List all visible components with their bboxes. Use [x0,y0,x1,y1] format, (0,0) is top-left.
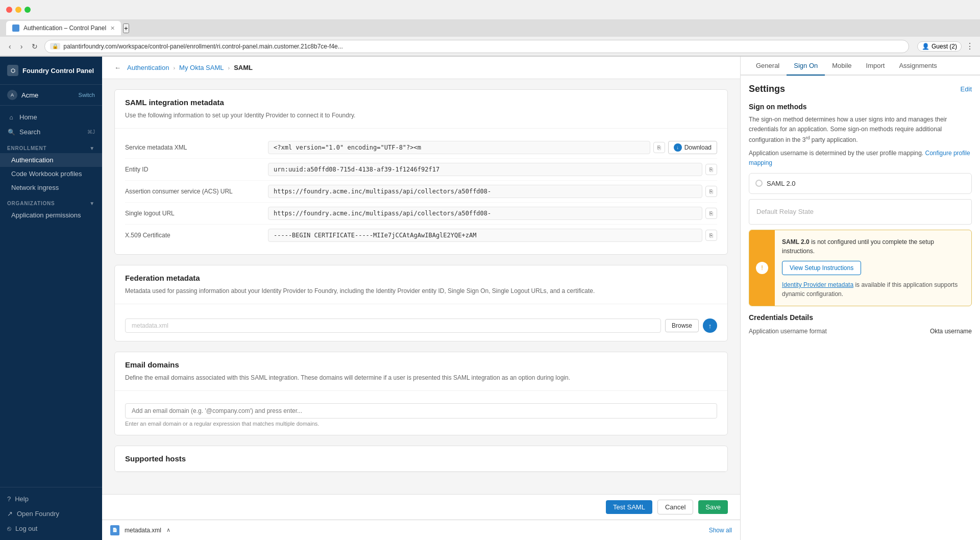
right-panel: General Sign On Mobile Import Assignment… [740,57,980,540]
enrollment-arrow-icon: ▼ [89,145,95,151]
tab-general[interactable]: General [749,57,787,76]
tab-import[interactable]: Import [859,57,892,76]
breadcrumb: ← Authentication › My Okta SAML › SAML [102,57,740,79]
slo-url-label: Single logout URL [125,210,268,217]
main-scroll-area: SAML integration metadata Use the follow… [102,79,740,494]
tab-close-button[interactable]: ✕ [110,25,115,32]
help-icon: ? [7,495,11,503]
main-content: ← Authentication › My Okta SAML › SAML S… [102,57,740,540]
organizations-arrow-icon: ▼ [89,201,95,206]
sidebar-item-network-ingress[interactable]: Network ingress [0,181,102,194]
sidebar-item-log-out[interactable]: ⎋ Log out [0,521,102,536]
settings-edit-button[interactable]: Edit [961,85,972,93]
acs-url-copy-button[interactable]: ⎘ [705,186,717,197]
sign-on-methods-title: Sign on methods [749,103,972,111]
organizations-label: ORGANIZATIONS [7,201,55,206]
service-metadata-copy-button[interactable]: ⎘ [653,142,665,153]
breadcrumb-current-page: SAML [234,64,253,71]
sidebar-item-open-foundry[interactable]: ↗ Open Foundry [0,506,102,521]
entity-id-value: urn:uuid:a50ffd08-715d-4138-af39-1f1246f… [268,163,717,176]
service-metadata-download-button[interactable]: ↓ Download [668,141,717,154]
browser-controls [6,7,31,13]
email-domains-desc: Define the email domains associated with… [125,373,717,382]
back-button[interactable]: ‹ [6,41,14,52]
user-icon: 👤 [922,43,929,50]
sidebar-section-organizations: ORGANIZATIONS ▼ [0,194,102,208]
browser-tab-active[interactable]: Authentication – Control Panel ✕ [6,21,121,35]
right-panel-body: Settings Edit Sign on methods The sign-o… [741,76,980,540]
supported-hosts-title: Supported hosts [125,454,717,463]
cert-value: -----BEGIN CERTIFICATE-----MIIe7jCCAtAgA… [268,229,717,242]
sidebar-item-home[interactable]: ⌂ Home [0,110,102,125]
sidebar-section-enrollment: ENROLLMENT ▼ [0,139,102,153]
close-dot[interactable] [6,7,12,13]
browser-menu-button[interactable]: ⋮ [966,41,974,51]
entity-id-copy-button[interactable]: ⎘ [705,164,717,175]
reload-button[interactable]: ↻ [29,41,40,52]
sidebar-home-label: Home [19,113,37,121]
browse-button[interactable]: Browse [665,319,699,332]
saml-radio-button[interactable] [755,180,763,187]
federation-metadata-card: Federation metadata Metadata used for pa… [114,265,728,341]
acme-name: Acme [21,91,38,99]
tab-mobile[interactable]: Mobile [825,57,859,76]
sidebar-item-help[interactable]: ? Help [0,492,102,506]
download-bar-left: 📄 metadata.xml ∧ [110,525,170,535]
maximize-dot[interactable] [24,7,31,13]
federation-metadata-desc: Metadata used for passing information ab… [125,286,717,296]
saml-metadata-desc: Use the following information to set up … [125,111,717,120]
email-domain-input[interactable] [125,403,717,419]
saml-option-label: SAML 2.0 [767,180,796,187]
breadcrumb-okta-link[interactable]: My Okta SAML [179,64,224,71]
new-tab-button[interactable]: + [123,23,129,33]
address-text: palantirfoundry.com/workspace/control-pa… [63,43,903,50]
test-saml-button[interactable]: Test SAML [606,500,652,514]
relay-state-label: Default Relay State [756,208,814,215]
tab-sign-on[interactable]: Sign On [787,57,825,76]
sidebar-acme-row: A Acme Switch [0,85,102,106]
download-chevron-icon[interactable]: ∧ [166,527,170,533]
breadcrumb-authentication-link[interactable]: Authentication [127,64,169,71]
federation-metadata-header: Federation metadata Metadata used for pa… [115,265,727,304]
forward-button[interactable]: › [18,41,26,52]
slo-url-copy-button[interactable]: ⎘ [705,208,717,219]
view-setup-instructions-button[interactable]: View Setup Instructions [782,261,861,275]
guest-button[interactable]: 👤 Guest (2) [917,41,962,52]
browser-chrome: Authentication – Control Panel ✕ + ‹ › ↻… [0,0,980,57]
minimize-dot[interactable] [15,7,21,13]
slo-url-row: Single logout URL https://foundry.acme.i… [125,203,717,225]
right-panel-tabs: General Sign On Mobile Import Assignment… [741,57,980,76]
warning-box: ! SAML 2.0 is not configured until you c… [749,230,972,306]
tab-title: Authentication – Control Panel [23,24,106,32]
cancel-button[interactable]: Cancel [657,500,693,514]
sidebar-item-app-permissions[interactable]: Application permissions [0,208,102,222]
sidebar-header: ⬡ Foundry Control Panel [0,57,102,85]
settings-title: Settings [749,84,785,94]
credentials-row: Application username format Okta usernam… [749,326,972,337]
upload-button[interactable]: ↑ [703,318,717,333]
search-shortcut: ⌘J [87,129,95,135]
acme-icon: A [7,90,17,100]
cert-copy-button[interactable]: ⎘ [705,230,717,241]
cert-input: -----BEGIN CERTIFICATE-----MIIe7jCCAtAgA… [268,229,702,242]
cert-row: X.509 Certificate -----BEGIN CERTIFICATE… [125,225,717,246]
tab-assignments[interactable]: Assignments [892,57,944,76]
slo-url-value: https://foundry.acme.inc/multipass/api/c… [268,207,717,220]
switch-button[interactable]: Switch [79,92,95,98]
download-bar: 📄 metadata.xml ∧ Show all [102,520,740,540]
address-bar[interactable]: 🔒 palantirfoundry.com/workspace/control-… [44,40,909,53]
sidebar-item-authentication[interactable]: Authentication [0,153,102,167]
sidebar-item-search[interactable]: 🔍 Search ⌘J [0,125,102,139]
relay-state-box: Default Relay State [749,199,972,225]
warning-text: SAML 2.0 is not configured until you com… [782,237,964,256]
identity-provider-metadata-link[interactable]: Identity Provider metadata [782,281,853,288]
sidebar-search-label: Search [19,128,40,136]
show-all-button[interactable]: Show all [709,527,732,534]
back-nav-button[interactable]: ← [114,64,121,71]
enrollment-label: ENROLLMENT [7,145,46,151]
sidebar-item-code-workbook[interactable]: Code Workbook profiles [0,167,102,181]
save-button[interactable]: Save [698,500,728,514]
back-arrow-icon: ← [114,64,121,71]
settings-header: Settings Edit [749,84,972,94]
sidebar-nav: ⌂ Home 🔍 Search ⌘J ENROLLMENT ▼ Authenti… [0,106,102,226]
